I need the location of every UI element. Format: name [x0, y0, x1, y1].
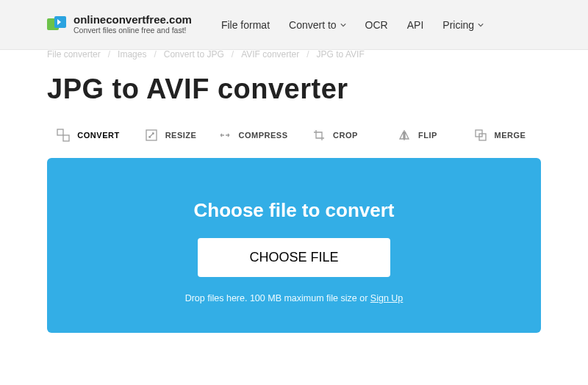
tool-label: RESIZE: [165, 131, 197, 140]
topbar: onlineconvertfree.com Convert files onli…: [0, 0, 588, 50]
tool-compress[interactable]: COMPRESS: [212, 121, 294, 149]
upload-heading: Choose file to convert: [62, 199, 526, 222]
breadcrumb-item[interactable]: AVIF converter: [241, 49, 299, 60]
choose-file-button[interactable]: CHOOSE FILE: [198, 238, 390, 277]
drop-hint-text: Drop files here. 100 MB maximum file siz…: [185, 293, 370, 303]
tool-label: CROP: [333, 131, 358, 140]
drop-hint: Drop files here. 100 MB maximum file siz…: [62, 293, 526, 303]
nav-label: Convert to: [289, 19, 337, 31]
breadcrumb-item[interactable]: File converter: [47, 49, 101, 60]
tool-label: MERGE: [495, 131, 526, 140]
logo-subtitle: Convert files online free and fast!: [74, 26, 192, 35]
logo[interactable]: onlineconvertfree.com Convert files onli…: [47, 14, 192, 35]
svg-rect-3: [63, 135, 69, 141]
breadcrumb: File converter / Images / Convert to JPG…: [0, 47, 588, 62]
breadcrumb-sep: /: [306, 49, 309, 60]
resize-icon: [145, 129, 158, 142]
breadcrumb-sep: /: [108, 49, 110, 60]
convert-icon: [57, 129, 70, 142]
tool-label: FLIP: [418, 131, 437, 140]
breadcrumb-item[interactable]: Images: [118, 49, 146, 60]
nav-pricing[interactable]: Pricing: [442, 19, 484, 31]
upload-card[interactable]: Choose file to convert CHOOSE FILE Drop …: [47, 158, 541, 333]
nav-file-format[interactable]: File format: [221, 19, 270, 31]
tool-flip[interactable]: FLIP: [376, 121, 459, 149]
svg-rect-2: [57, 129, 63, 135]
chevron-down-icon: [340, 22, 346, 28]
compress-icon: [218, 129, 232, 142]
logo-icon: [47, 16, 66, 32]
nav-convert-to[interactable]: Convert to: [289, 19, 346, 31]
tool-merge[interactable]: MERGE: [459, 121, 541, 149]
tool-label: COMPRESS: [239, 131, 288, 140]
page-title: JPG to AVIF converter: [0, 62, 588, 121]
breadcrumb-sep: /: [232, 49, 234, 60]
nav-label: OCR: [365, 19, 388, 31]
breadcrumb-sep: /: [154, 49, 156, 60]
breadcrumb-item: JPG to AVIF: [317, 49, 365, 60]
logo-text: onlineconvertfree.com Convert files onli…: [74, 14, 192, 35]
tool-toolbar: CONVERT RESIZE COMPRESS CROP FLIP MERGE: [0, 121, 588, 149]
crop-icon: [312, 129, 326, 142]
main-nav: File format Convert to OCR API Pricing: [221, 19, 484, 31]
tool-crop[interactable]: CROP: [294, 121, 376, 149]
tool-convert[interactable]: CONVERT: [47, 121, 129, 149]
nav-api[interactable]: API: [407, 19, 424, 31]
signup-link[interactable]: Sign Up: [370, 293, 403, 303]
nav-label: File format: [221, 19, 270, 31]
merge-icon: [474, 129, 487, 142]
logo-title: onlineconvertfree.com: [74, 14, 192, 26]
nav-label: API: [407, 19, 424, 31]
nav-label: Pricing: [442, 19, 474, 31]
tool-label: CONVERT: [77, 131, 119, 140]
breadcrumb-item[interactable]: Convert to JPG: [164, 49, 224, 60]
chevron-down-icon: [478, 22, 484, 28]
tool-resize[interactable]: RESIZE: [129, 121, 212, 149]
flip-icon: [398, 129, 411, 142]
nav-ocr[interactable]: OCR: [365, 19, 388, 31]
